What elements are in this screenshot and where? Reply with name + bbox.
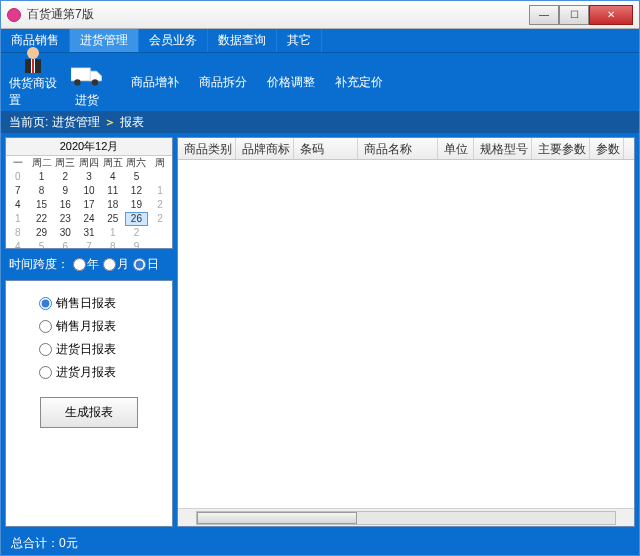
grid-column-header[interactable]: 条码 — [294, 138, 358, 159]
toolbar-link-add[interactable]: 商品增补 — [131, 74, 179, 91]
calendar-day[interactable]: 4 — [101, 170, 125, 184]
timespan-month[interactable]: 月 — [103, 256, 129, 273]
grid-body[interactable] — [178, 160, 634, 508]
status-total-value: 0元 — [59, 535, 78, 552]
menu-item-3[interactable]: 数据查询 — [208, 29, 277, 52]
breadcrumb: 当前页: 进货管理 ＞ 报表 — [1, 111, 639, 133]
left-panel: 2020年12月 一周二周三周四周五周六周0123457891011121415… — [5, 137, 173, 527]
grid-column-header[interactable]: 规格型号 — [474, 138, 532, 159]
calendar-day[interactable]: 9 — [53, 184, 77, 198]
grid-column-header[interactable]: 品牌商标 — [236, 138, 294, 159]
calendar-day[interactable]: 1 — [30, 170, 54, 184]
calendar-day[interactable]: 0 — [6, 170, 30, 184]
calendar-day[interactable]: 25 — [101, 212, 125, 226]
calendar[interactable]: 2020年12月 一周二周三周四周五周六周0123457891011121415… — [5, 137, 173, 249]
report-stockin-daily[interactable]: 进货日报表 — [39, 341, 139, 358]
scroll-track[interactable] — [196, 511, 616, 525]
svg-point-6 — [92, 79, 98, 85]
grid-column-header[interactable]: 商品名称 — [358, 138, 438, 159]
data-grid-panel: 商品类别品牌商标条码商品名称单位规格型号主要参数参数 — [177, 137, 635, 527]
calendar-day[interactable]: 31 — [77, 226, 101, 240]
calendar-day[interactable] — [148, 170, 172, 184]
title-bar: 百货通第7版 — ☐ ✕ — [1, 1, 639, 29]
toolbar-link-extra[interactable]: 补充定价 — [335, 74, 383, 91]
calendar-day[interactable]: 18 — [101, 198, 125, 212]
calendar-weekday: 周六 — [125, 156, 149, 170]
svg-rect-4 — [71, 68, 90, 81]
calendar-weekday: 周二 — [30, 156, 54, 170]
calendar-day[interactable]: 12 — [125, 184, 149, 198]
calendar-day[interactable]: 4 — [6, 198, 30, 212]
calendar-day[interactable]: 8 — [101, 240, 125, 249]
close-button[interactable]: ✕ — [589, 5, 633, 25]
menu-bar: 商品销售进货管理会员业务数据查询其它 — [1, 29, 639, 53]
calendar-day[interactable]: 8 — [6, 226, 30, 240]
calendar-day[interactable]: 4 — [6, 240, 30, 249]
breadcrumb-label: 当前页: — [9, 114, 48, 131]
breadcrumb-sep: ＞ — [104, 114, 116, 131]
calendar-day[interactable]: 30 — [53, 226, 77, 240]
window-controls: — ☐ ✕ — [529, 5, 633, 25]
calendar-weekday: 周四 — [77, 156, 101, 170]
window-title: 百货通第7版 — [27, 6, 529, 23]
toolbar-link-split[interactable]: 商品拆分 — [199, 74, 247, 91]
calendar-day[interactable]: 26 — [125, 212, 149, 226]
stock-in-button[interactable]: 进货 — [63, 55, 111, 109]
calendar-day[interactable]: 1 — [148, 184, 172, 198]
supplier-settings-button[interactable]: 供货商设置 — [9, 55, 57, 109]
calendar-day[interactable]: 22 — [30, 212, 54, 226]
timespan-row: 时间跨度： 年 月 日 — [5, 253, 173, 276]
maximize-button[interactable]: ☐ — [559, 5, 589, 25]
grid-column-header[interactable]: 主要参数 — [532, 138, 590, 159]
calendar-day[interactable]: 2 — [53, 170, 77, 184]
grid-column-header[interactable]: 商品类别 — [178, 138, 236, 159]
timespan-day[interactable]: 日 — [133, 256, 159, 273]
report-options: 销售日报表 销售月报表 进货日报表 进货月报表 生成报表 — [5, 280, 173, 527]
calendar-day[interactable]: 16 — [53, 198, 77, 212]
calendar-day[interactable]: 10 — [77, 184, 101, 198]
calendar-day[interactable]: 24 — [77, 212, 101, 226]
report-sales-monthly[interactable]: 销售月报表 — [39, 318, 139, 335]
calendar-day[interactable]: 23 — [53, 212, 77, 226]
app-icon — [7, 8, 21, 22]
menu-item-4[interactable]: 其它 — [277, 29, 322, 52]
calendar-day[interactable]: 5 — [125, 170, 149, 184]
calendar-day[interactable]: 17 — [77, 198, 101, 212]
calendar-day[interactable]: 2 — [125, 226, 149, 240]
app-window: 百货通第7版 — ☐ ✕ 商品销售进货管理会员业务数据查询其它 供货商设置 进货… — [0, 0, 640, 556]
calendar-day[interactable]: 15 — [30, 198, 54, 212]
calendar-day[interactable]: 9 — [125, 240, 149, 249]
calendar-day[interactable]: 3 — [77, 170, 101, 184]
calendar-day[interactable]: 7 — [6, 184, 30, 198]
menu-item-1[interactable]: 进货管理 — [70, 29, 139, 52]
grid-column-header[interactable]: 单位 — [438, 138, 474, 159]
calendar-day[interactable]: 19 — [125, 198, 149, 212]
calendar-day[interactable]: 29 — [30, 226, 54, 240]
menu-item-2[interactable]: 会员业务 — [139, 29, 208, 52]
report-stockin-monthly[interactable]: 进货月报表 — [39, 364, 139, 381]
scroll-thumb[interactable] — [197, 512, 357, 524]
toolbar-link-price[interactable]: 价格调整 — [267, 74, 315, 91]
calendar-day[interactable]: 1 — [101, 226, 125, 240]
status-bar: 总合计： 0元 — [1, 531, 639, 555]
horizontal-scrollbar[interactable] — [178, 508, 634, 526]
calendar-day[interactable]: 5 — [30, 240, 54, 249]
calendar-day[interactable]: 6 — [53, 240, 77, 249]
generate-report-button[interactable]: 生成报表 — [40, 397, 138, 428]
timespan-label: 时间跨度： — [9, 256, 69, 273]
calendar-day[interactable]: 11 — [101, 184, 125, 198]
calendar-day[interactable]: 7 — [77, 240, 101, 249]
calendar-day[interactable]: 2 — [148, 198, 172, 212]
calendar-grid: 一周二周三周四周五周六周0123457891011121415161718192… — [6, 156, 172, 249]
svg-rect-3 — [32, 59, 34, 73]
calendar-day[interactable]: 8 — [30, 184, 54, 198]
minimize-button[interactable]: — — [529, 5, 559, 25]
content-area: 2020年12月 一周二周三周四周五周六周0123457891011121415… — [1, 133, 639, 531]
timespan-year[interactable]: 年 — [73, 256, 99, 273]
calendar-day[interactable]: 1 — [6, 212, 30, 226]
calendar-day[interactable] — [148, 226, 172, 240]
calendar-day[interactable] — [148, 240, 172, 249]
grid-column-header[interactable]: 参数 — [590, 138, 624, 159]
report-sales-daily[interactable]: 销售日报表 — [39, 295, 139, 312]
calendar-day[interactable]: 2 — [148, 212, 172, 226]
